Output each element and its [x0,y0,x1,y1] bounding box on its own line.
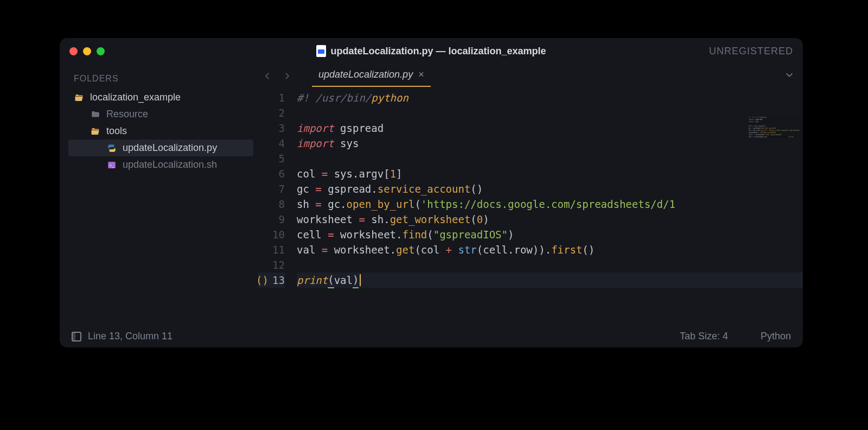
code-line[interactable] [297,105,803,121]
file-icon [316,45,326,57]
code-line[interactable]: import gspread [297,121,803,136]
code-token: ( [470,212,476,227]
line-number: 10 [258,227,285,242]
code-token: . [545,242,551,257]
code-line[interactable]: worksheet = sh.get_worksheet(0) [297,212,803,227]
code-line[interactable]: col = sys.argv[1] [297,166,803,181]
code-token: cell [297,227,328,242]
tab-label: updateLocalization.py [318,69,413,80]
line-number: 2 [258,105,285,121]
code-line[interactable]: import sys [297,136,803,151]
sidebar: FOLDERS localization_exampleResourcetool… [60,64,258,325]
code-token: #! /usr/bin/ [297,90,371,105]
tree-item-tools[interactable]: tools [68,123,253,140]
code-line[interactable]: cell = worksheet.find("gspreadIOS") [297,227,803,242]
code-token: find [403,227,427,242]
code-token: 'https://docs.google.com/spreadsheets/d/… [421,197,675,212]
code-token: . [508,242,514,257]
tree-item-label: updateLocalization.sh [123,159,217,170]
window-zoom-button[interactable] [97,47,105,55]
code-line[interactable] [297,151,803,166]
tree-item-label: Resource [106,109,148,120]
code-line[interactable]: sh = gc.open_by_url('https://docs.google… [297,197,803,212]
tab-size-indicator[interactable]: Tab Size: 4 [680,331,728,342]
window-close-button[interactable] [69,47,78,55]
title-filename: updateLocalization.py [330,46,433,56]
unregistered-label: UNREGISTERED [709,46,793,57]
code-token: (cell [477,242,508,257]
code-line[interactable]: print(val) [297,273,803,288]
tree-item-resource[interactable]: Resource [68,106,253,123]
tree-item-updatelocalization-py[interactable]: updateLocalization.py [68,140,253,156]
code-line[interactable]: gc = gspread.service_account() [297,181,803,197]
titlebar: updateLocalization.py — localization_exa… [60,38,803,64]
tree-item-label: localization_example [90,92,181,103]
code-token: worksheet [297,212,359,227]
code-token: = [315,181,328,197]
editor-main: updateLocalization.py × 1234567891011121… [258,64,803,325]
code-token: gc [328,197,340,212]
code-token: ) [483,212,489,227]
tab-overflow-button[interactable] [783,69,795,83]
code-token: . [396,227,402,242]
line-number: 3 [258,121,285,136]
title-separator: — [433,46,448,56]
window-minimize-button[interactable] [83,47,91,55]
traffic-lights [69,47,105,55]
code-token: print [297,273,328,288]
code-token: . [340,197,346,212]
tab-bar: updateLocalization.py × [258,64,803,88]
code-area[interactable]: #! /usr/bin/pythonimport gspreadimport s… [290,88,803,325]
folder-open-icon [74,93,85,103]
text-cursor [360,274,361,286]
nav-back-button[interactable] [260,68,275,84]
line-number: 6 [258,166,285,181]
tree-item-label: updateLocalization.py [123,142,217,154]
code-line[interactable] [297,257,803,273]
sidebar-header: FOLDERS [68,69,253,89]
tree-item-updatelocalization-sh[interactable]: >_updateLocalization.sh [68,156,253,173]
code-token: = [322,242,334,257]
status-bar: Line 13, Column 11 Tab Size: 4 Python [60,325,803,347]
code-token: val [297,242,322,257]
code-token: ( [427,227,433,242]
title-project: localization_example [448,46,546,56]
code-token: = [315,197,328,212]
code-token: val [334,273,353,288]
line-number: 1 [258,90,285,105]
code-token: () [470,181,483,197]
code-token: (col [414,242,445,257]
code-editor[interactable]: 12345678910111213() #! /usr/bin/pythonim… [258,88,803,325]
code-token: sys [340,136,359,151]
minimap[interactable]: #! /usr/bin/python import gspread import… [748,115,800,175]
code-token: worksheet [340,227,396,242]
cursor-position[interactable]: Line 13, Column 11 [88,331,173,342]
line-number-gutter: 12345678910111213() [258,88,290,325]
code-token: import [297,121,340,136]
shell-icon: >_ [106,160,117,170]
tree-item-label: tools [106,125,127,137]
code-token: . [371,181,377,197]
line-number: 9 [258,212,285,227]
code-token: () [582,242,595,257]
code-token: [ [384,166,390,181]
tree-item-localization_example[interactable]: localization_example [68,89,253,106]
python-icon [106,143,117,153]
panel-toggle-icon[interactable] [72,332,81,342]
line-number: 5 [258,151,285,166]
code-token: get_worksheet [390,212,471,227]
language-indicator[interactable]: Python [761,331,791,342]
code-line[interactable]: #! /usr/bin/python [297,90,803,105]
code-line[interactable]: val = worksheet.get(col + str(cell.row))… [297,242,803,257]
code-token: = [322,166,334,181]
code-token: import [297,136,340,151]
window-title: updateLocalization.py — localization_exa… [60,45,803,57]
code-token: "gspreadIOS" [433,227,508,242]
line-number: 11 [258,242,285,257]
code-token: argv [359,166,384,181]
tab-close-button[interactable]: × [418,69,424,80]
code-token: + [446,242,458,257]
line-number: 13() [258,273,285,288]
nav-forward-button[interactable] [279,68,295,84]
tab-active[interactable]: updateLocalization.py × [312,66,431,87]
